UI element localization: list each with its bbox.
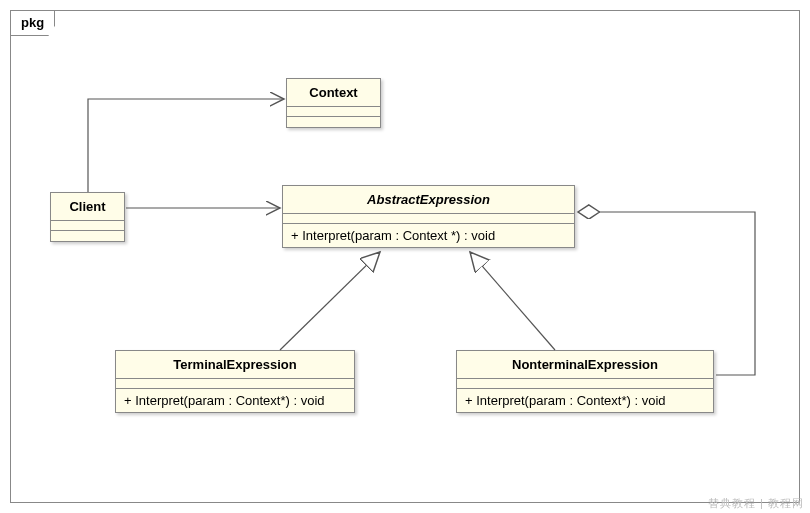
class-attributes [51,221,124,231]
class-context: Context [286,78,381,128]
class-name: TerminalExpression [116,351,354,379]
class-name: NonterminalExpression [457,351,713,379]
class-operations [51,231,124,241]
operation: + Interpret(param : Context*) : void [124,393,325,408]
operation: + Interpret(param : Context*) : void [465,393,666,408]
class-attributes [287,107,380,117]
class-name: AbstractExpression [283,186,574,214]
package-frame: pkg [10,10,800,503]
class-operations: + Interpret(param : Context*) : void [116,389,354,412]
class-abstract-expression: AbstractExpression + Interpret(param : C… [282,185,575,248]
class-terminal-expression: TerminalExpression + Interpret(param : C… [115,350,355,413]
class-operations [287,117,380,127]
class-attributes [457,379,713,389]
class-attributes [116,379,354,389]
operation: + Interpret(param : Context *) : void [291,228,495,243]
class-operations: + Interpret(param : Context *) : void [283,224,574,247]
class-client: Client [50,192,125,242]
watermark: 替典教程 | 教程网 [708,496,804,511]
class-operations: + Interpret(param : Context*) : void [457,389,713,412]
class-attributes [283,214,574,224]
package-name: pkg [21,15,44,30]
class-name: Client [51,193,124,221]
package-tab: pkg [10,10,55,36]
class-name: Context [287,79,380,107]
class-nonterminal-expression: NonterminalExpression + Interpret(param … [456,350,714,413]
